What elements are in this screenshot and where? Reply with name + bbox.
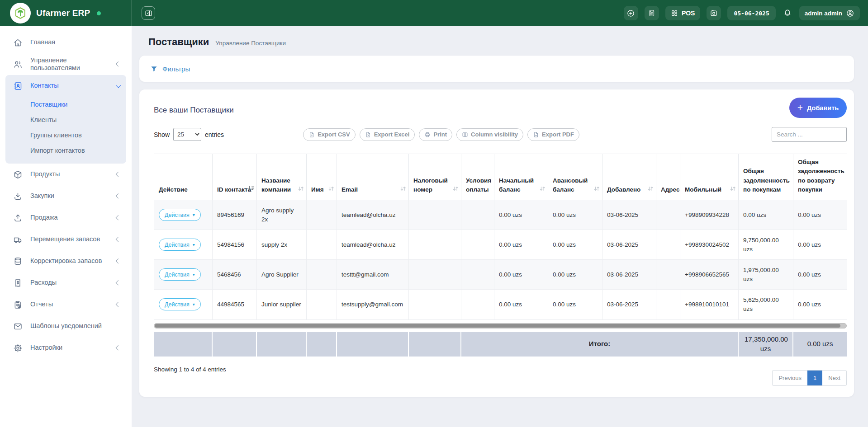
sidebar-subitem-customer-groups[interactable]: Группы клиентов	[5, 127, 126, 143]
sidebar-item-expenses[interactable]: Расходы	[0, 272, 132, 294]
sidebar-item-sales[interactable]: Продажа	[0, 207, 132, 229]
chevron-left-icon	[116, 259, 121, 264]
sidebar-item-stock-adjustments[interactable]: Корректировка запасов	[0, 250, 132, 272]
entries-label: entries	[205, 131, 224, 138]
sidebar-item-stock-transfers[interactable]: Перемещения запасов	[0, 229, 132, 250]
column-header-name[interactable]: Имя	[307, 154, 337, 200]
sidebar-item-label: Настройки	[30, 344, 109, 352]
sidebar-item-contacts[interactable]: Контакты	[5, 75, 126, 97]
sidebar-item-purchases[interactable]: Закупки	[0, 185, 132, 207]
upload-icon	[13, 213, 23, 223]
sidebar-item-products[interactable]: Продукты	[0, 164, 132, 185]
sidebar-item-label: Управление пользователями	[30, 56, 109, 72]
cell-added_on: 03-06-2025	[602, 200, 656, 230]
caret-down-icon: ▾	[193, 272, 195, 277]
cell-address	[656, 290, 680, 319]
sidebar-subitem-customers[interactable]: Клиенты	[5, 112, 126, 127]
user-circle-icon	[846, 9, 854, 18]
sidebar-item-label: Корректировка запасов	[30, 257, 109, 265]
sidebar-subitem-import-contacts[interactable]: Импорт контактов	[5, 143, 126, 158]
pagination-previous[interactable]: Previous	[773, 371, 807, 385]
pagination-next[interactable]: Next	[822, 371, 846, 385]
export-csv-button[interactable]: Export CSV	[303, 128, 356, 141]
column-header-address[interactable]: Адрес	[656, 154, 680, 200]
sidebar-item-reports[interactable]: Отчеты	[0, 294, 132, 315]
column-header-tax_number[interactable]: Налоговый номер	[409, 154, 461, 200]
row-actions-button[interactable]: Действия▾	[159, 239, 201, 251]
table-toolbar: Show 25 entries Export CSVExport ExcelPr…	[154, 127, 847, 142]
sidebar-subitem-suppliers[interactable]: Поставщики	[5, 97, 126, 112]
scrollbar-thumb[interactable]	[155, 324, 840, 328]
column-header-purchase_return_due[interactable]: Общая задолженность по возврату покупки	[793, 154, 847, 200]
card-title: Все ваши Поставщики	[154, 106, 234, 115]
totals-empty-cell	[154, 332, 212, 357]
cell-action: Действия▾	[154, 200, 213, 230]
sidebar-toggle-button[interactable]	[142, 6, 155, 20]
actions-label: Действия	[165, 301, 190, 308]
column-visibility-button[interactable]: Column visibility	[456, 128, 523, 141]
search-input[interactable]	[772, 127, 847, 142]
caret-down-icon: ▾	[193, 302, 195, 307]
column-header-opening_balance[interactable]: Начальный баланс	[494, 154, 548, 200]
user-menu-button[interactable]: admin admin	[799, 6, 860, 20]
cell-name	[307, 200, 337, 230]
chevron-left-icon	[116, 216, 121, 221]
chevron-left-icon	[116, 194, 121, 199]
date-button[interactable]: 05-06-2025	[727, 6, 775, 20]
calculator-button[interactable]	[645, 6, 659, 20]
table-row: Действия▾44984565Junior suppliertestsupp…	[154, 290, 847, 319]
column-header-mobile[interactable]: Мобильный	[680, 154, 739, 200]
notifications-button[interactable]	[782, 6, 793, 20]
horizontal-scrollbar[interactable]	[154, 323, 847, 328]
cell-company: Agro Supplier	[257, 260, 307, 290]
table-footer: Showing 1 to 4 of 4 entries Previous 1 N…	[154, 364, 847, 386]
row-actions-button[interactable]: Действия▾	[159, 298, 201, 310]
sidebar-item-label: Продукты	[30, 170, 109, 178]
truck-icon	[13, 235, 23, 244]
sort-active-icon	[247, 185, 255, 195]
column-header-email[interactable]: Email	[337, 154, 409, 200]
bell-icon	[783, 9, 792, 18]
export-excel-button[interactable]: Export Excel	[360, 128, 415, 141]
cell-pay_terms	[461, 230, 494, 260]
page-size-select[interactable]: 25	[173, 128, 201, 141]
file-excel-icon	[365, 131, 371, 138]
export-button-label: Print	[433, 131, 447, 138]
row-actions-button[interactable]: Действия▾	[159, 268, 201, 281]
plus-circle-icon	[626, 9, 635, 18]
cell-added_on: 03-06-2025	[602, 260, 656, 290]
quick-add-button[interactable]	[624, 6, 638, 20]
sidebar-item-home[interactable]: Главная	[0, 32, 132, 53]
cell-mobile: +998930024502	[680, 230, 739, 260]
add-supplier-button[interactable]: + Добавить	[789, 98, 847, 118]
column-header-pay_terms[interactable]: Условия оплаты	[461, 154, 494, 200]
filters-panel[interactable]: Фильтры	[139, 56, 854, 82]
cell-purchase_due: 9,750,000.00 uzs	[739, 230, 793, 260]
chevron-left-icon	[116, 302, 121, 307]
row-actions-button[interactable]: Действия▾	[159, 209, 201, 221]
column-label: Адрес	[661, 186, 679, 193]
pos-label: POS	[682, 9, 695, 17]
print-button[interactable]: Print	[419, 128, 452, 141]
card-header: Все ваши Поставщики + Добавить	[154, 98, 847, 118]
pagination-page-1[interactable]: 1	[807, 371, 822, 385]
sidebar-item-settings[interactable]: Настройки	[0, 337, 132, 359]
sidebar-item-notification-templates[interactable]: Шаблоны уведомлений	[0, 315, 132, 337]
export-pdf-button[interactable]: Export PDF	[527, 128, 579, 141]
cash-register-button[interactable]	[707, 6, 721, 20]
sidebar-item-user-management[interactable]: Управление пользователями	[0, 53, 132, 75]
sidebar-item-label: Перемещения запасов	[30, 235, 109, 243]
column-header-company[interactable]: Название компании	[257, 154, 307, 200]
column-header-advance_balance[interactable]: Авансовый баланс	[548, 154, 602, 200]
page-length-control: Show 25 entries	[154, 128, 224, 141]
column-label: Условия оплаты	[466, 177, 491, 193]
column-header-contact_id[interactable]: ID контакта	[213, 154, 257, 200]
chevron-left-icon	[116, 237, 121, 242]
column-header-added_on[interactable]: Добавлено	[602, 154, 656, 200]
column-label: Мобильный	[685, 186, 721, 193]
pos-button[interactable]: POS	[665, 6, 701, 20]
column-header-purchase_due[interactable]: Общая задолженность по покупкам	[739, 154, 793, 200]
column-header-action[interactable]: Действие	[154, 154, 213, 200]
caret-down-icon: ▾	[193, 242, 195, 247]
app-logo	[10, 3, 31, 23]
